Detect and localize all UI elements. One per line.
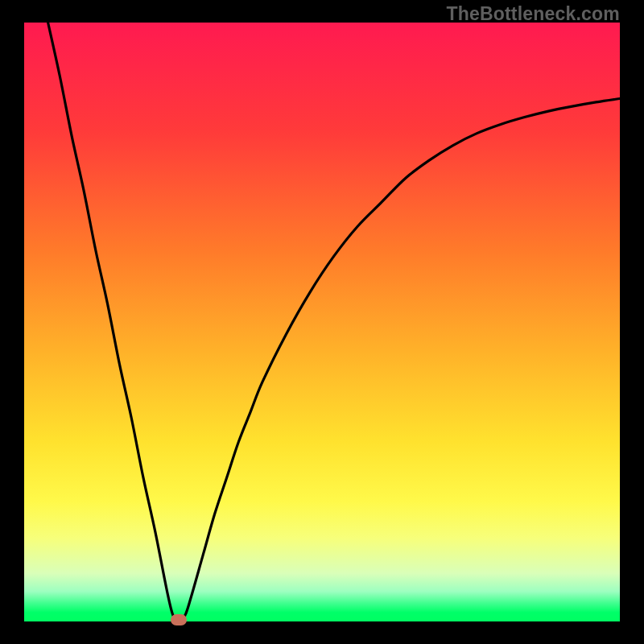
plot-area xyxy=(24,23,620,621)
minimum-marker xyxy=(171,614,187,625)
chart-frame: TheBottleneck.com xyxy=(0,0,644,644)
bottleneck-curve xyxy=(24,23,620,621)
watermark-text: TheBottleneck.com xyxy=(446,3,620,25)
